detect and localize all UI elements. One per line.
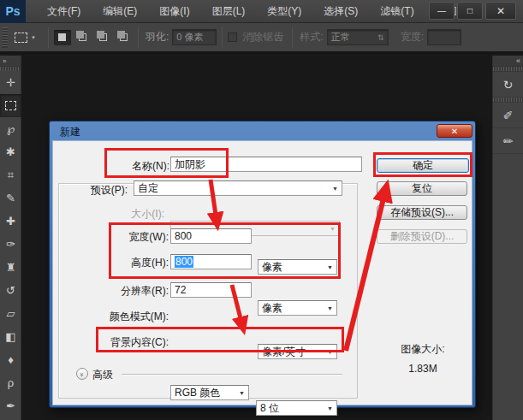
resolution-label: 分辨率(R): <box>80 284 169 298</box>
bit-depth-value: 8 位 <box>260 401 279 416</box>
blur-tool-icon: ♦ <box>8 353 14 366</box>
eraser-tool[interactable]: ▱ <box>0 302 21 325</box>
tools-collapse-button[interactable]: » <box>0 56 21 67</box>
eraser-tool-icon: ▱ <box>7 307 15 320</box>
brush-tool-icon: ✑ <box>6 238 15 251</box>
resolution-input[interactable]: 72 <box>170 282 252 298</box>
intersect-selection-button[interactable] <box>116 30 133 45</box>
magic-wand-tool[interactable]: ✱ <box>0 140 21 163</box>
separator <box>138 27 139 48</box>
menu-image[interactable]: 图像(I) <box>148 0 200 23</box>
history-panel-icon: ↻ <box>503 78 514 92</box>
gradient-tool[interactable]: ◧ <box>0 325 21 348</box>
healing-brush-tool[interactable]: ✚ <box>0 210 21 233</box>
close-window-button[interactable]: ✕ <box>485 2 516 20</box>
style-label: 样式: <box>300 30 323 44</box>
dialog-close-button[interactable]: ✕ <box>437 124 472 138</box>
brush-presets-panel-icon: ✏ <box>503 134 514 148</box>
resolution-unit-select[interactable]: 像素/英寸 ▼ <box>258 344 337 359</box>
brush-panel-button[interactable]: ✐ <box>493 103 523 128</box>
menu-filter[interactable]: 滤镜(T) <box>369 0 425 23</box>
feather-input[interactable]: 0 像素 <box>172 29 217 45</box>
close-icon: ✕ <box>451 127 458 136</box>
dock-collapse-button[interactable]: « <box>493 56 523 67</box>
feather-label: 羽化: <box>146 30 169 44</box>
history-panel-button[interactable]: ↻ <box>493 72 523 98</box>
history-brush-icon: ↺ <box>6 284 15 297</box>
options-bar-grip[interactable] <box>2 27 8 48</box>
double-chevron-icon: » <box>3 57 5 65</box>
photoshop-window: Ps 文件(F) 编辑(E) 图像(I) 图层(L) 类型(Y) 选择(S) 滤… <box>0 0 523 420</box>
move-tool-icon: ✛ <box>6 76 15 89</box>
minimize-button[interactable]: — <box>429 2 455 20</box>
delete-preset-button: 删除预设(D)... <box>377 229 467 244</box>
move-tool[interactable]: ✛ <box>0 71 21 94</box>
dodge-tool-icon: ρ <box>8 376 14 389</box>
intersect-selection-icon <box>120 33 128 41</box>
tool-preset-picker[interactable]: ▼ <box>8 33 43 43</box>
bit-depth-select[interactable]: 8 位 ▼ <box>256 400 337 416</box>
magic-wand-icon: ✱ <box>6 145 15 158</box>
crop-tool[interactable]: ⌗ <box>0 163 21 186</box>
dodge-tool[interactable]: ρ <box>0 371 21 394</box>
new-document-dialog: 新建 ✕ 名称(N): 加阴影 预设(P): 自定 ▼ 大小(I): ▼ 宽度(… <box>49 121 476 408</box>
new-selection-button[interactable] <box>54 30 71 45</box>
menu-select[interactable]: 选择(S) <box>312 0 369 23</box>
pen-tool-icon: ✒ <box>6 399 15 412</box>
name-input[interactable]: 加阴影 <box>170 157 362 172</box>
color-mode-select[interactable]: RGB 颜色 ▼ <box>170 385 249 400</box>
menu-edit[interactable]: 编辑(E) <box>92 0 148 23</box>
menu-type[interactable]: 类型(Y) <box>256 0 312 23</box>
separator <box>222 27 223 48</box>
brush-presets-panel-button[interactable]: ✏ <box>493 128 523 154</box>
height-unit-select[interactable]: 像素 ▼ <box>258 300 337 316</box>
brush-panel-icon: ✐ <box>503 109 514 122</box>
name-label: 名称(N): <box>101 159 169 173</box>
lasso-tool[interactable]: ℘ <box>0 117 21 140</box>
size-label: 大小(I): <box>96 207 164 221</box>
chevron-down-icon: ▼ <box>327 305 333 311</box>
brush-tool[interactable]: ✑ <box>0 233 21 256</box>
advanced-divider <box>122 374 342 376</box>
preset-select[interactable]: 自定 ▼ <box>134 180 342 196</box>
preset-value: 自定 <box>138 181 158 196</box>
clone-stamp-tool[interactable]: ♜ <box>0 256 21 279</box>
menu-file[interactable]: 文件(F) <box>36 0 92 23</box>
width-label: 宽度(W): <box>89 230 169 244</box>
menu-bar: Ps 文件(F) 编辑(E) 图像(I) 图层(L) 类型(Y) 选择(S) 滤… <box>0 0 523 23</box>
width-input[interactable]: 800 <box>170 228 252 244</box>
chevron-down-icon: ▼ <box>330 226 336 232</box>
height-unit-value: 像素 <box>262 301 282 316</box>
background-label: 背景内容(C): <box>89 335 169 349</box>
width-label: 宽度: <box>401 30 424 44</box>
advanced-expander-button[interactable]: » <box>76 368 88 380</box>
photoshop-logo: Ps <box>0 0 26 23</box>
history-brush-tool[interactable]: ↺ <box>0 279 21 302</box>
close-icon: ✕ <box>496 5 505 17</box>
pen-tool[interactable]: ✒ <box>0 394 21 417</box>
double-chevron-down-icon: » <box>78 372 86 375</box>
height-input[interactable]: 800 <box>170 254 252 269</box>
rectangular-marquee-tool[interactable] <box>0 94 21 117</box>
blur-tool[interactable]: ♦ <box>0 348 21 371</box>
add-to-selection-button[interactable] <box>74 30 92 45</box>
reset-button[interactable]: 复位 <box>377 181 467 196</box>
width-unit-value: 像素 <box>262 260 282 275</box>
subtract-from-selection-button[interactable] <box>95 30 112 45</box>
tools-panel: » ✛ ℘ ✱ ⌗ ✎ ✚ ✑ ♜ ↺ ▱ ◧ ♦ ρ ✒ <box>0 56 21 420</box>
maximize-button[interactable]: □ <box>457 2 483 20</box>
separator <box>48 27 49 48</box>
menu-layer[interactable]: 图层(L) <box>201 0 257 23</box>
antialias-label: 消除锯齿 <box>242 30 283 44</box>
ok-button[interactable]: 确定 <box>377 158 469 173</box>
maximize-icon: □ <box>467 6 472 15</box>
subtract-from-selection-icon <box>99 33 107 41</box>
save-preset-button[interactable]: 存储预设(S)... <box>377 205 467 220</box>
height-label: 高度(H): <box>89 256 169 269</box>
selected-text: 800 <box>175 256 193 268</box>
eyedropper-tool[interactable]: ✎ <box>0 186 21 210</box>
advanced-label: 高级 <box>92 368 118 382</box>
eyedropper-icon: ✎ <box>6 192 15 204</box>
width-unit-select[interactable]: 像素 ▼ <box>258 259 337 275</box>
chevron-down-icon: ▼ <box>327 405 333 411</box>
